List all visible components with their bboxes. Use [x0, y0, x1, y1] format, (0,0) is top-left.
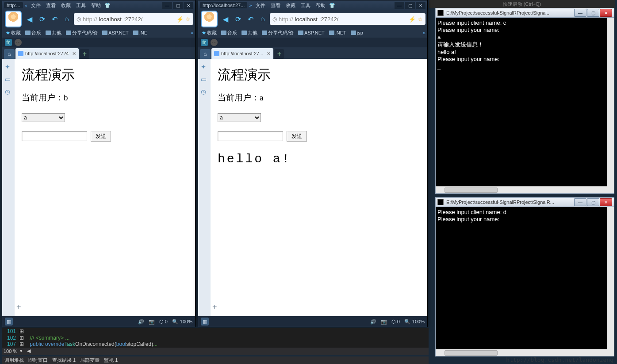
- sidebar-phone-icon[interactable]: ▭: [201, 76, 208, 83]
- chevron-icon[interactable]: »: [249, 3, 252, 8]
- bookmark-music[interactable]: 音乐: [219, 29, 239, 37]
- close-button[interactable]: ✕: [416, 2, 425, 9]
- bookmark-music[interactable]: 音乐: [23, 29, 43, 37]
- min-button[interactable]: —: [574, 9, 586, 17]
- bookmark-share[interactable]: 分享代码/资: [64, 29, 100, 37]
- status-icon[interactable]: ▦: [201, 318, 209, 326]
- add-panel-icon[interactable]: +: [212, 303, 217, 312]
- bookmark-jsp[interactable]: jsp: [349, 30, 365, 36]
- menu-view[interactable]: 查看: [269, 2, 282, 9]
- undo-button[interactable]: ↶: [245, 14, 256, 24]
- undo-button[interactable]: ↶: [49, 14, 60, 24]
- console-titlebar[interactable]: E:\MyProject\successful-SignalRProject\S…: [435, 8, 614, 18]
- home-button[interactable]: ⌂: [257, 14, 268, 24]
- menu-tools[interactable]: 工具: [299, 2, 312, 9]
- bookmark-other[interactable]: 其他: [44, 29, 63, 37]
- ext-icon[interactable]: 简: [201, 39, 208, 46]
- min-button[interactable]: —: [162, 2, 172, 9]
- titlebar[interactable]: http://localhost:27... » 文件 查看 收藏 工具 帮助 …: [198, 0, 427, 10]
- skin-icon[interactable]: 👕: [104, 3, 111, 8]
- menu-fav[interactable]: 收藏: [284, 2, 297, 9]
- scrollbar-vertical[interactable]: [607, 207, 614, 349]
- chevron-icon[interactable]: »: [423, 30, 425, 35]
- min-button[interactable]: —: [574, 198, 586, 206]
- close-tab-icon[interactable]: ✕: [72, 51, 76, 57]
- user-select[interactable]: a: [22, 113, 65, 122]
- ide-zoom[interactable]: 100 %▾◀: [2, 348, 429, 355]
- sidebar-star-icon[interactable]: ✦: [5, 63, 12, 70]
- user-select[interactable]: a: [218, 113, 261, 122]
- bookmark-aspnet[interactable]: ASP.NET: [100, 30, 130, 36]
- tab-callstack[interactable]: 调用堆栈: [4, 357, 24, 364]
- title-tab-preview[interactable]: http:...: [4, 2, 23, 8]
- sidebar-clock-icon[interactable]: ◷: [5, 88, 12, 95]
- tab-findresults[interactable]: 查找结果 1: [52, 357, 76, 364]
- sidebar-phone-icon[interactable]: ▭: [5, 76, 12, 83]
- close-tab-icon[interactable]: ✕: [267, 51, 271, 57]
- scrollbar-horizontal[interactable]: [436, 349, 607, 356]
- shield-icon[interactable]: ⬡ 0: [159, 319, 168, 325]
- console-titlebar[interactable]: E:\MyProject\successful-SignalRProject\S…: [435, 197, 614, 207]
- close-button[interactable]: ✕: [600, 9, 612, 17]
- camera-icon[interactable]: 📷: [149, 319, 155, 325]
- more-icon[interactable]: ⋯: [211, 39, 218, 46]
- message-input[interactable]: [22, 131, 87, 141]
- titlebar[interactable]: http:... » 文件 查看 收藏 工具 帮助 👕 — ▢ ✕: [2, 0, 195, 10]
- bookmark-net[interactable]: .NET: [327, 30, 348, 36]
- back-button[interactable]: ◀: [24, 14, 35, 24]
- max-button[interactable]: ▢: [405, 2, 415, 9]
- zoom-control[interactable]: 🔍100%: [404, 319, 425, 325]
- scroll-thumb[interactable]: [445, 350, 498, 356]
- min-button[interactable]: —: [395, 2, 404, 9]
- menu-help[interactable]: 帮助: [314, 2, 327, 9]
- back-button[interactable]: ◀: [220, 14, 231, 24]
- refresh-button[interactable]: ⟳: [37, 14, 47, 24]
- menu-view[interactable]: 查看: [44, 2, 57, 9]
- scroll-thumb[interactable]: [445, 188, 498, 193]
- tab-watch[interactable]: 监视 1: [104, 357, 118, 364]
- menu-file[interactable]: 文件: [29, 2, 42, 9]
- console-output[interactable]: Please input client name: d Please input…: [435, 207, 614, 356]
- new-tab-button[interactable]: +: [274, 49, 284, 59]
- scrollbar-horizontal[interactable]: [436, 186, 607, 193]
- home-button[interactable]: ⌂: [61, 14, 72, 24]
- bookmark-fav[interactable]: ★收藏: [4, 29, 23, 37]
- sidebar-clock-icon[interactable]: ◷: [201, 88, 208, 95]
- home-tab[interactable]: ⌂: [4, 49, 15, 59]
- bolt-icon[interactable]: ⚡: [409, 16, 416, 23]
- avatar[interactable]: [201, 11, 218, 27]
- speaker-icon[interactable]: 🔊: [138, 319, 144, 325]
- bolt-icon[interactable]: ⚡: [176, 16, 184, 23]
- chevron-icon[interactable]: »: [25, 3, 27, 8]
- bookmark-fav[interactable]: ★收藏: [200, 29, 218, 37]
- message-input[interactable]: [218, 131, 283, 141]
- code-row[interactable]: 107⊞ public override Task OnDisconnected…: [2, 341, 429, 348]
- bookmark-other[interactable]: 其他: [240, 29, 259, 37]
- close-button[interactable]: ✕: [184, 2, 193, 9]
- bookmark-aspnet[interactable]: ASP.NET: [296, 30, 326, 36]
- send-button[interactable]: 发送: [91, 131, 111, 142]
- send-button[interactable]: 发送: [287, 131, 307, 142]
- refresh-button[interactable]: ⟳: [233, 14, 243, 24]
- speaker-icon[interactable]: 🔊: [370, 319, 376, 325]
- home-tab[interactable]: ⌂: [200, 49, 211, 59]
- page-tab[interactable]: http://localhost:27... ✕: [211, 48, 273, 59]
- menu-file[interactable]: 文件: [254, 2, 267, 9]
- shield-icon[interactable]: ⬡ 0: [391, 319, 400, 325]
- status-icon[interactable]: ▦: [5, 318, 13, 326]
- menu-fav[interactable]: 收藏: [59, 2, 73, 9]
- star-icon[interactable]: ☆: [185, 16, 191, 23]
- max-button[interactable]: ▢: [587, 9, 599, 17]
- sidebar-star-icon[interactable]: ✦: [201, 63, 208, 70]
- scrollbar-vertical[interactable]: [607, 18, 614, 186]
- camera-icon[interactable]: 📷: [381, 319, 387, 325]
- max-button[interactable]: ▢: [173, 2, 183, 9]
- console-output[interactable]: Please input client name: c Please input…: [435, 18, 614, 194]
- bookmark-share[interactable]: 分享代码/资: [260, 29, 295, 37]
- address-bar[interactable]: ◎ http://localhost:27242/ ⚡ ☆: [270, 13, 425, 25]
- zoom-control[interactable]: 🔍100%: [172, 319, 192, 325]
- ext-icon[interactable]: 简: [5, 39, 12, 46]
- bookmark-net[interactable]: .NE: [131, 30, 149, 36]
- address-bar[interactable]: ◎ http://localhost:27242/ ⚡ ☆: [74, 13, 193, 25]
- max-button[interactable]: ▢: [587, 198, 599, 206]
